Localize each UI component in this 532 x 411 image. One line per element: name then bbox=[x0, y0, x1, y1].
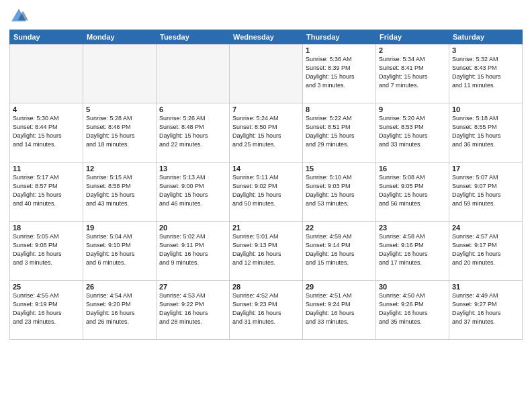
day-number: 22 bbox=[306, 224, 373, 232]
calendar-cell: 26Sunrise: 4:54 AM Sunset: 9:20 PM Dayli… bbox=[83, 281, 157, 340]
day-info: Sunrise: 5:02 AM Sunset: 9:11 PM Dayligh… bbox=[159, 232, 226, 267]
day-number: 15 bbox=[306, 165, 373, 173]
day-number: 23 bbox=[379, 224, 446, 232]
day-info: Sunrise: 5:18 AM Sunset: 8:55 PM Dayligh… bbox=[452, 114, 519, 149]
weekday-header-tuesday: Tuesday bbox=[157, 30, 230, 44]
day-info: Sunrise: 4:52 AM Sunset: 9:23 PM Dayligh… bbox=[232, 291, 300, 326]
day-info: Sunrise: 4:55 AM Sunset: 9:19 PM Dayligh… bbox=[13, 291, 80, 326]
day-number: 24 bbox=[452, 224, 519, 232]
day-number: 20 bbox=[159, 224, 226, 232]
calendar: SundayMondayTuesdayWednesdayThursdayFrid… bbox=[9, 30, 523, 340]
day-info: Sunrise: 5:01 AM Sunset: 9:13 PM Dayligh… bbox=[232, 232, 300, 267]
calendar-cell: 19Sunrise: 5:04 AM Sunset: 9:10 PM Dayli… bbox=[83, 222, 157, 281]
day-info: Sunrise: 5:17 AM Sunset: 8:57 PM Dayligh… bbox=[13, 173, 80, 208]
calendar-cell bbox=[83, 44, 157, 103]
day-number: 25 bbox=[13, 283, 80, 291]
day-number: 5 bbox=[86, 105, 153, 113]
weekday-header-row: SundayMondayTuesdayWednesdayThursdayFrid… bbox=[10, 30, 523, 44]
calendar-cell: 7Sunrise: 5:24 AM Sunset: 8:50 PM Daylig… bbox=[230, 103, 303, 163]
day-number: 2 bbox=[379, 46, 446, 54]
day-info: Sunrise: 4:51 AM Sunset: 9:24 PM Dayligh… bbox=[306, 291, 373, 326]
day-info: Sunrise: 4:59 AM Sunset: 9:14 PM Dayligh… bbox=[306, 232, 373, 267]
day-info: Sunrise: 4:50 AM Sunset: 9:26 PM Dayligh… bbox=[379, 291, 446, 326]
calendar-cell: 3Sunrise: 5:32 AM Sunset: 8:43 PM Daylig… bbox=[449, 44, 523, 103]
page: SundayMondayTuesdayWednesdayThursdayFrid… bbox=[0, 0, 532, 411]
calendar-cell: 28Sunrise: 4:52 AM Sunset: 9:23 PM Dayli… bbox=[230, 281, 303, 340]
day-number: 7 bbox=[232, 105, 300, 113]
day-number: 4 bbox=[13, 105, 80, 113]
day-info: Sunrise: 5:04 AM Sunset: 9:10 PM Dayligh… bbox=[86, 232, 153, 267]
day-number: 1 bbox=[306, 46, 373, 54]
day-number: 31 bbox=[452, 283, 519, 291]
day-number: 10 bbox=[452, 105, 519, 113]
day-info: Sunrise: 5:32 AM Sunset: 8:43 PM Dayligh… bbox=[452, 55, 519, 90]
day-number: 18 bbox=[13, 224, 80, 232]
weekday-header-monday: Monday bbox=[83, 30, 157, 44]
day-info: Sunrise: 5:28 AM Sunset: 8:46 PM Dayligh… bbox=[86, 114, 153, 149]
day-info: Sunrise: 5:07 AM Sunset: 9:07 PM Dayligh… bbox=[452, 173, 519, 208]
calendar-cell: 6Sunrise: 5:26 AM Sunset: 8:48 PM Daylig… bbox=[157, 103, 230, 163]
day-number: 9 bbox=[379, 105, 446, 113]
calendar-cell: 17Sunrise: 5:07 AM Sunset: 9:07 PM Dayli… bbox=[449, 163, 523, 222]
calendar-cell: 25Sunrise: 4:55 AM Sunset: 9:19 PM Dayli… bbox=[10, 281, 83, 340]
day-info: Sunrise: 5:05 AM Sunset: 9:08 PM Dayligh… bbox=[13, 232, 80, 267]
day-number: 16 bbox=[379, 165, 446, 173]
day-info: Sunrise: 5:20 AM Sunset: 8:53 PM Dayligh… bbox=[379, 114, 446, 149]
day-info: Sunrise: 5:36 AM Sunset: 8:39 PM Dayligh… bbox=[306, 55, 373, 90]
weekday-header-saturday: Saturday bbox=[449, 30, 523, 44]
day-info: Sunrise: 5:11 AM Sunset: 9:02 PM Dayligh… bbox=[232, 173, 300, 208]
calendar-cell: 23Sunrise: 4:58 AM Sunset: 9:16 PM Dayli… bbox=[376, 222, 449, 281]
day-info: Sunrise: 4:58 AM Sunset: 9:16 PM Dayligh… bbox=[379, 232, 446, 267]
day-number: 26 bbox=[86, 283, 153, 291]
day-number: 19 bbox=[86, 224, 153, 232]
calendar-cell bbox=[157, 44, 230, 103]
day-info: Sunrise: 4:53 AM Sunset: 9:22 PM Dayligh… bbox=[159, 291, 226, 326]
day-info: Sunrise: 5:13 AM Sunset: 9:00 PM Dayligh… bbox=[159, 173, 226, 208]
calendar-cell: 2Sunrise: 5:34 AM Sunset: 8:41 PM Daylig… bbox=[376, 44, 449, 103]
calendar-cell bbox=[10, 44, 83, 103]
day-number: 11 bbox=[13, 165, 80, 173]
calendar-cell: 14Sunrise: 5:11 AM Sunset: 9:02 PM Dayli… bbox=[230, 163, 303, 222]
day-number: 27 bbox=[159, 283, 226, 291]
calendar-cell: 9Sunrise: 5:20 AM Sunset: 8:53 PM Daylig… bbox=[376, 103, 449, 163]
week-row-4: 25Sunrise: 4:55 AM Sunset: 9:19 PM Dayli… bbox=[10, 281, 523, 340]
calendar-cell: 27Sunrise: 4:53 AM Sunset: 9:22 PM Dayli… bbox=[157, 281, 230, 340]
calendar-cell: 30Sunrise: 4:50 AM Sunset: 9:26 PM Dayli… bbox=[376, 281, 449, 340]
day-info: Sunrise: 5:15 AM Sunset: 8:58 PM Dayligh… bbox=[86, 173, 153, 208]
day-number: 21 bbox=[232, 224, 300, 232]
calendar-cell: 1Sunrise: 5:36 AM Sunset: 8:39 PM Daylig… bbox=[303, 44, 376, 103]
weekday-header-wednesday: Wednesday bbox=[230, 30, 303, 44]
day-number: 13 bbox=[159, 165, 226, 173]
calendar-cell: 5Sunrise: 5:28 AM Sunset: 8:46 PM Daylig… bbox=[83, 103, 157, 163]
calendar-cell: 18Sunrise: 5:05 AM Sunset: 9:08 PM Dayli… bbox=[10, 222, 83, 281]
week-row-1: 4Sunrise: 5:30 AM Sunset: 8:44 PM Daylig… bbox=[10, 103, 523, 163]
day-info: Sunrise: 5:24 AM Sunset: 8:50 PM Dayligh… bbox=[232, 114, 300, 149]
logo bbox=[9, 7, 30, 26]
day-info: Sunrise: 5:08 AM Sunset: 9:05 PM Dayligh… bbox=[379, 173, 446, 208]
calendar-cell: 31Sunrise: 4:49 AM Sunset: 9:27 PM Dayli… bbox=[449, 281, 523, 340]
day-info: Sunrise: 4:49 AM Sunset: 9:27 PM Dayligh… bbox=[452, 291, 519, 326]
day-info: Sunrise: 4:57 AM Sunset: 9:17 PM Dayligh… bbox=[452, 232, 519, 267]
day-info: Sunrise: 5:26 AM Sunset: 8:48 PM Dayligh… bbox=[159, 114, 226, 149]
calendar-cell: 11Sunrise: 5:17 AM Sunset: 8:57 PM Dayli… bbox=[10, 163, 83, 222]
logo-icon bbox=[9, 7, 28, 26]
day-number: 17 bbox=[452, 165, 519, 173]
day-number: 6 bbox=[159, 105, 226, 113]
calendar-cell: 16Sunrise: 5:08 AM Sunset: 9:05 PM Dayli… bbox=[376, 163, 449, 222]
week-row-0: 1Sunrise: 5:36 AM Sunset: 8:39 PM Daylig… bbox=[10, 44, 523, 103]
calendar-cell: 15Sunrise: 5:10 AM Sunset: 9:03 PM Dayli… bbox=[303, 163, 376, 222]
calendar-cell: 4Sunrise: 5:30 AM Sunset: 8:44 PM Daylig… bbox=[10, 103, 83, 163]
weekday-header-sunday: Sunday bbox=[10, 30, 83, 44]
calendar-cell: 10Sunrise: 5:18 AM Sunset: 8:55 PM Dayli… bbox=[449, 103, 523, 163]
header bbox=[9, 7, 523, 26]
calendar-cell: 29Sunrise: 4:51 AM Sunset: 9:24 PM Dayli… bbox=[303, 281, 376, 340]
calendar-cell: 12Sunrise: 5:15 AM Sunset: 8:58 PM Dayli… bbox=[83, 163, 157, 222]
calendar-cell: 21Sunrise: 5:01 AM Sunset: 9:13 PM Dayli… bbox=[230, 222, 303, 281]
day-number: 28 bbox=[232, 283, 300, 291]
day-info: Sunrise: 4:54 AM Sunset: 9:20 PM Dayligh… bbox=[86, 291, 153, 326]
calendar-cell: 8Sunrise: 5:22 AM Sunset: 8:51 PM Daylig… bbox=[303, 103, 376, 163]
day-info: Sunrise: 5:22 AM Sunset: 8:51 PM Dayligh… bbox=[306, 114, 373, 149]
day-number: 12 bbox=[86, 165, 153, 173]
day-info: Sunrise: 5:10 AM Sunset: 9:03 PM Dayligh… bbox=[306, 173, 373, 208]
day-info: Sunrise: 5:34 AM Sunset: 8:41 PM Dayligh… bbox=[379, 55, 446, 90]
